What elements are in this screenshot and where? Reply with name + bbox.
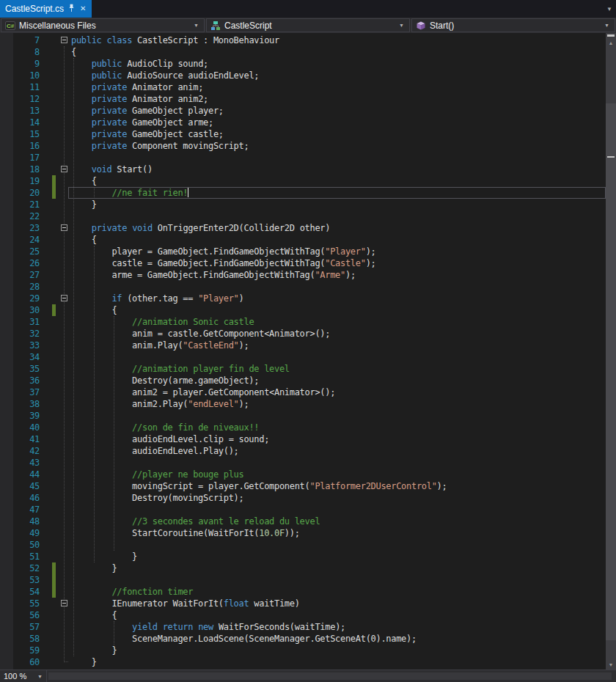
code-line[interactable]: 9 public AudioClip sound; <box>0 58 606 70</box>
breakpoint-margin[interactable] <box>0 269 13 281</box>
breakpoint-margin[interactable] <box>0 433 13 445</box>
code-line[interactable]: 44 //player ne bouge plus <box>0 469 606 480</box>
fold-collapse-icon[interactable] <box>61 166 67 172</box>
breakpoint-margin[interactable] <box>0 645 13 656</box>
line-number[interactable]: 31 <box>13 316 40 328</box>
breakpoint-margin[interactable] <box>0 386 13 398</box>
breakpoint-margin[interactable] <box>0 469 13 480</box>
breakpoint-margin[interactable] <box>0 351 13 363</box>
breakpoint-margin[interactable] <box>0 527 13 539</box>
breakpoint-margin[interactable] <box>0 93 13 105</box>
line-number[interactable]: 58 <box>13 633 40 645</box>
line-number[interactable]: 49 <box>13 527 40 539</box>
code-line[interactable]: 16 private Component movingScript; <box>0 140 606 152</box>
line-number[interactable]: 24 <box>13 234 40 246</box>
line-number[interactable]: 57 <box>13 621 40 633</box>
code-line[interactable]: 18 void Start() <box>0 164 606 175</box>
breakpoint-margin[interactable] <box>0 398 13 410</box>
breakpoint-margin[interactable] <box>0 492 13 504</box>
breakpoint-margin[interactable] <box>0 187 13 199</box>
line-number[interactable]: 22 <box>13 210 40 222</box>
line-number[interactable]: 45 <box>13 480 40 492</box>
code-line[interactable]: 51 } <box>0 551 606 562</box>
line-number[interactable]: 7 <box>13 34 40 46</box>
code-line[interactable]: 59 } <box>0 645 606 656</box>
code-line[interactable]: 57 yield return new WaitForSeconds(waitT… <box>0 621 606 633</box>
breakpoint-margin[interactable] <box>0 598 13 609</box>
line-number[interactable]: 10 <box>13 70 40 81</box>
breakpoint-margin[interactable] <box>0 609 13 621</box>
code-line[interactable]: 14 private GameObject arme; <box>0 117 606 128</box>
code-line[interactable]: 8{ <box>0 46 606 58</box>
code-line[interactable]: 24 { <box>0 234 606 246</box>
scrollbar-thumb[interactable] <box>606 103 616 640</box>
code-line[interactable]: 37 anim2 = player.GetComponent<Animator>… <box>0 386 606 398</box>
breakpoint-margin[interactable] <box>0 633 13 645</box>
fold-collapse-icon[interactable] <box>61 295 67 301</box>
line-number[interactable]: 27 <box>13 269 40 281</box>
line-number[interactable]: 56 <box>13 609 40 621</box>
line-number[interactable]: 8 <box>13 46 40 58</box>
line-number[interactable]: 39 <box>13 410 40 422</box>
code-line[interactable]: 21 } <box>0 199 606 210</box>
tab-castlescript[interactable]: CastleScript.cs ✕ <box>0 0 92 18</box>
breakpoint-margin[interactable] <box>0 34 13 46</box>
breakpoint-margin[interactable] <box>0 551 13 562</box>
tab-list-chevron-icon[interactable]: ▼ <box>606 0 612 18</box>
breakpoint-margin[interactable] <box>0 293 13 304</box>
breakpoint-margin[interactable] <box>0 586 13 598</box>
line-number[interactable]: 36 <box>13 375 40 386</box>
horizontal-scrollbar[interactable] <box>47 670 616 682</box>
project-dropdown[interactable]: C# Miscellaneous Files ▼ <box>1 18 205 32</box>
line-number[interactable]: 55 <box>13 598 40 609</box>
breakpoint-margin[interactable] <box>0 58 13 70</box>
code-line[interactable]: 35 //animation player fin de level <box>0 363 606 375</box>
line-number[interactable]: 9 <box>13 58 40 70</box>
line-number[interactable]: 21 <box>13 199 40 210</box>
line-number[interactable]: 19 <box>13 175 40 187</box>
code-line[interactable]: 50 <box>0 539 606 551</box>
line-number[interactable]: 26 <box>13 257 40 269</box>
line-number[interactable]: 54 <box>13 586 40 598</box>
breakpoint-margin[interactable] <box>0 562 13 574</box>
line-number[interactable]: 44 <box>13 469 40 480</box>
line-number[interactable]: 60 <box>13 656 40 668</box>
line-number[interactable]: 13 <box>13 105 40 117</box>
breakpoint-margin[interactable] <box>0 234 13 246</box>
scrollbar-track[interactable] <box>606 48 616 660</box>
code-line[interactable]: 45 movingScript = player.GetComponent("P… <box>0 480 606 492</box>
line-number[interactable]: 41 <box>13 433 40 445</box>
breakpoint-margin[interactable] <box>0 152 13 164</box>
line-number[interactable]: 47 <box>13 504 40 516</box>
code-line[interactable]: 11 private Animator anim; <box>0 81 606 93</box>
code-line[interactable]: 25 player = GameObject.FindGameObjectWit… <box>0 246 606 257</box>
code-line[interactable]: 36 Destroy(arme.gameObject); <box>0 375 606 386</box>
code-line[interactable]: 26 castle = GameObject.FindGameObjectWit… <box>0 257 606 269</box>
line-number[interactable]: 17 <box>13 152 40 164</box>
breakpoint-margin[interactable] <box>0 281 13 293</box>
code-line[interactable]: 17 <box>0 152 606 164</box>
breakpoint-margin[interactable] <box>0 117 13 128</box>
line-number[interactable]: 18 <box>13 164 40 175</box>
type-dropdown[interactable]: CastleScript ▼ <box>206 18 410 32</box>
line-number[interactable]: 32 <box>13 328 40 340</box>
line-number[interactable]: 15 <box>13 128 40 140</box>
line-number[interactable]: 42 <box>13 445 40 457</box>
breakpoint-margin[interactable] <box>0 539 13 551</box>
breakpoint-margin[interactable] <box>0 410 13 422</box>
line-number[interactable]: 29 <box>13 293 40 304</box>
breakpoint-margin[interactable] <box>0 105 13 117</box>
line-number[interactable]: 12 <box>13 93 40 105</box>
code-line[interactable]: 58 SceneManager.LoadScene(SceneManager.G… <box>0 633 606 645</box>
splitter-handle[interactable] <box>606 33 616 38</box>
code-line[interactable]: 43 <box>0 457 606 469</box>
breakpoint-margin[interactable] <box>0 46 13 58</box>
line-number[interactable]: 11 <box>13 81 40 93</box>
breakpoint-margin[interactable] <box>0 656 13 668</box>
code-line[interactable]: 56 { <box>0 609 606 621</box>
breakpoint-margin[interactable] <box>0 422 13 433</box>
code-line[interactable]: 29 if (other.tag == "Player") <box>0 293 606 304</box>
line-number[interactable]: 51 <box>13 551 40 562</box>
line-number[interactable]: 25 <box>13 246 40 257</box>
line-number[interactable]: 20 <box>13 187 40 199</box>
